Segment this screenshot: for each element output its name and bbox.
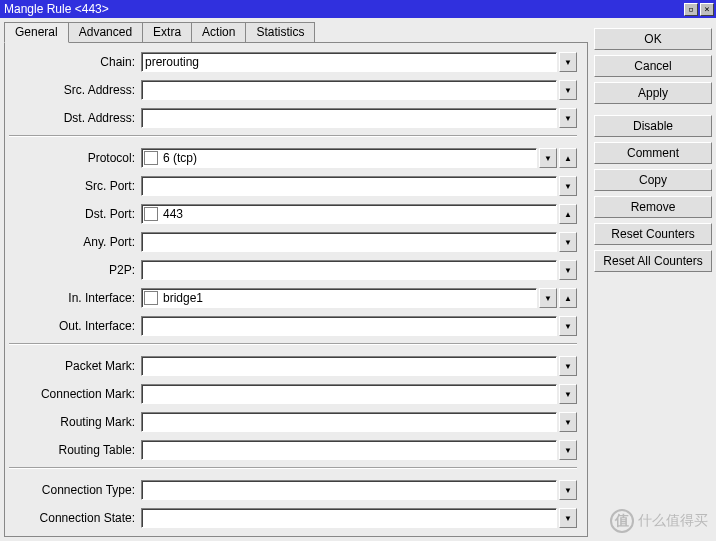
tab-bar: General Advanced Extra Action Statistics [4,22,588,42]
connection-mark-label: Connection Mark: [9,387,141,401]
connection-nat-state-expand-icon[interactable]: ▼ [559,536,577,537]
cancel-button[interactable]: Cancel [594,55,712,77]
src-address-expand-icon[interactable]: ▼ [559,80,577,100]
in-interface-input[interactable] [160,291,536,305]
routing-mark-label: Routing Mark: [9,415,141,429]
close-button[interactable]: × [700,3,714,16]
tab-extra[interactable]: Extra [142,22,192,42]
chain-label: Chain: [9,55,141,69]
divider [9,135,577,137]
tab-action[interactable]: Action [191,22,246,42]
out-interface-label: Out. Interface: [9,319,141,333]
src-port-input[interactable] [142,179,556,193]
window-title: Mangle Rule <443> [4,0,109,18]
reset-counters-button[interactable]: Reset Counters [594,223,712,245]
chain-dropdown-icon[interactable]: ▼ [559,52,577,72]
ok-button[interactable]: OK [594,28,712,50]
titlebar: Mangle Rule <443> ▫ × [0,0,716,18]
routing-mark-expand-icon[interactable]: ▼ [559,412,577,432]
in-interface-label: In. Interface: [9,291,141,305]
apply-button[interactable]: Apply [594,82,712,104]
dst-port-invert-checkbox[interactable] [144,207,158,221]
tab-statistics[interactable]: Statistics [245,22,315,42]
connection-type-expand-icon[interactable]: ▼ [559,480,577,500]
divider [9,343,577,345]
protocol-dropdown-icon[interactable]: ▼ [539,148,557,168]
reset-all-counters-button[interactable]: Reset All Counters [594,250,712,272]
tab-general[interactable]: General [4,22,69,43]
src-address-label: Src. Address: [9,83,141,97]
dst-port-input[interactable] [160,207,556,221]
any-port-label: Any. Port: [9,235,141,249]
p2p-label: P2P: [9,263,141,277]
routing-table-label: Routing Table: [9,443,141,457]
dst-address-input[interactable] [142,111,556,125]
connection-mark-expand-icon[interactable]: ▼ [559,384,577,404]
out-interface-input[interactable] [142,319,556,333]
divider [9,467,577,469]
connection-state-label: Connection State: [9,511,141,525]
protocol-label: Protocol: [9,151,141,165]
routing-mark-input[interactable] [142,415,556,429]
packet-mark-expand-icon[interactable]: ▼ [559,356,577,376]
connection-type-label: Connection Type: [9,483,141,497]
disable-button[interactable]: Disable [594,115,712,137]
remove-button[interactable]: Remove [594,196,712,218]
p2p-expand-icon[interactable]: ▼ [559,260,577,280]
protocol-collapse-icon[interactable]: ▲ [559,148,577,168]
tab-advanced[interactable]: Advanced [68,22,143,42]
packet-mark-input[interactable] [142,359,556,373]
any-port-expand-icon[interactable]: ▼ [559,232,577,252]
src-port-expand-icon[interactable]: ▼ [559,176,577,196]
out-interface-expand-icon[interactable]: ▼ [559,316,577,336]
action-sidebar: OK Cancel Apply Disable Comment Copy Rem… [594,22,712,537]
minimize-button[interactable]: ▫ [684,3,698,16]
dst-port-label: Dst. Port: [9,207,141,221]
comment-button[interactable]: Comment [594,142,712,164]
p2p-input[interactable] [142,263,556,277]
dst-port-collapse-icon[interactable]: ▲ [559,204,577,224]
in-interface-dropdown-icon[interactable]: ▼ [539,288,557,308]
connection-type-input[interactable] [142,483,556,497]
src-port-label: Src. Port: [9,179,141,193]
connection-mark-input[interactable] [142,387,556,401]
dst-address-expand-icon[interactable]: ▼ [559,108,577,128]
protocol-invert-checkbox[interactable] [144,151,158,165]
general-panel: Chain: ▼ Src. Address: ▼ Dst. Address: ▼ [4,42,588,537]
in-interface-invert-checkbox[interactable] [144,291,158,305]
any-port-input[interactable] [142,235,556,249]
copy-button[interactable]: Copy [594,169,712,191]
src-address-input[interactable] [142,83,556,97]
protocol-input[interactable] [160,151,536,165]
chain-input[interactable] [142,55,556,69]
connection-state-expand-icon[interactable]: ▼ [559,508,577,528]
routing-table-input[interactable] [142,443,556,457]
routing-table-expand-icon[interactable]: ▼ [559,440,577,460]
in-interface-collapse-icon[interactable]: ▲ [559,288,577,308]
connection-state-input[interactable] [142,511,556,525]
dst-address-label: Dst. Address: [9,111,141,125]
packet-mark-label: Packet Mark: [9,359,141,373]
